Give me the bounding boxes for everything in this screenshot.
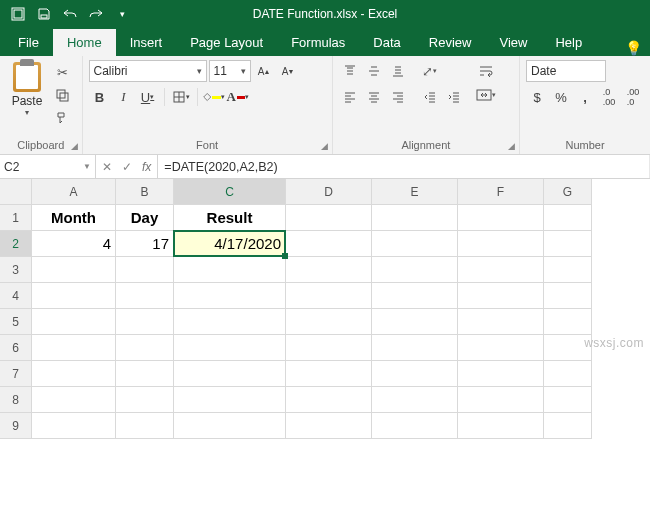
- cell-c2[interactable]: 4/17/2020: [174, 231, 286, 257]
- col-header-d[interactable]: D: [286, 179, 372, 205]
- cell-f5[interactable]: [458, 309, 544, 335]
- decrease-indent-icon[interactable]: [419, 86, 441, 108]
- cell-b4[interactable]: [116, 283, 174, 309]
- fill-handle[interactable]: [282, 253, 288, 259]
- cell-g7[interactable]: [544, 361, 592, 387]
- cell-c9[interactable]: [174, 413, 286, 439]
- cell-d6[interactable]: [286, 335, 372, 361]
- cell-a1[interactable]: Month: [32, 205, 116, 231]
- save-icon[interactable]: [32, 3, 56, 25]
- cell-d4[interactable]: [286, 283, 372, 309]
- underline-button[interactable]: U▾: [137, 86, 159, 108]
- col-header-f[interactable]: F: [458, 179, 544, 205]
- cut-icon[interactable]: ✂: [52, 62, 72, 82]
- cell-d9[interactable]: [286, 413, 372, 439]
- increase-decimal-icon[interactable]: .0.00: [598, 86, 620, 108]
- cell-d2[interactable]: [286, 231, 372, 257]
- font-color-button[interactable]: A▾: [227, 86, 249, 108]
- orientation-icon[interactable]: ⤢▾: [419, 60, 441, 82]
- cell-f1[interactable]: [458, 205, 544, 231]
- tab-formulas[interactable]: Formulas: [277, 29, 359, 56]
- cell-c4[interactable]: [174, 283, 286, 309]
- cell-d1[interactable]: [286, 205, 372, 231]
- fx-icon[interactable]: fx: [142, 160, 151, 174]
- cell-g5[interactable]: [544, 309, 592, 335]
- currency-icon[interactable]: $: [526, 86, 548, 108]
- paste-button[interactable]: Paste ▾: [6, 60, 48, 117]
- cell-a3[interactable]: [32, 257, 116, 283]
- cell-c5[interactable]: [174, 309, 286, 335]
- tell-me-icon[interactable]: 💡: [625, 40, 642, 56]
- format-painter-icon[interactable]: [52, 108, 72, 128]
- select-all-corner[interactable]: [0, 179, 32, 205]
- cell-f4[interactable]: [458, 283, 544, 309]
- merge-center-icon[interactable]: ▾: [475, 84, 497, 106]
- formula-bar[interactable]: =DATE(2020,A2,B2): [158, 155, 650, 178]
- cell-g4[interactable]: [544, 283, 592, 309]
- cell-a8[interactable]: [32, 387, 116, 413]
- cell-d3[interactable]: [286, 257, 372, 283]
- decrease-decimal-icon[interactable]: .00.0: [622, 86, 644, 108]
- cell-f8[interactable]: [458, 387, 544, 413]
- cell-b6[interactable]: [116, 335, 174, 361]
- cell-a5[interactable]: [32, 309, 116, 335]
- cell-e6[interactable]: [372, 335, 458, 361]
- cell-e7[interactable]: [372, 361, 458, 387]
- align-middle-icon[interactable]: [363, 60, 385, 82]
- cell-f2[interactable]: [458, 231, 544, 257]
- tab-review[interactable]: Review: [415, 29, 486, 56]
- col-header-c[interactable]: C: [174, 179, 286, 205]
- row-header-5[interactable]: 5: [0, 309, 32, 335]
- cell-e9[interactable]: [372, 413, 458, 439]
- cell-f6[interactable]: [458, 335, 544, 361]
- row-header-2[interactable]: 2: [0, 231, 32, 257]
- fill-color-button[interactable]: ▾: [203, 86, 225, 108]
- percent-icon[interactable]: %: [550, 86, 572, 108]
- row-header-9[interactable]: 9: [0, 413, 32, 439]
- col-header-b[interactable]: B: [116, 179, 174, 205]
- number-format-combo[interactable]: Date: [526, 60, 606, 82]
- tab-file[interactable]: File: [4, 29, 53, 56]
- col-header-g[interactable]: G: [544, 179, 592, 205]
- font-size-combo[interactable]: 11▾: [209, 60, 251, 82]
- align-bottom-icon[interactable]: [387, 60, 409, 82]
- align-left-icon[interactable]: [339, 86, 361, 108]
- alignment-launcher-icon[interactable]: ◢: [508, 141, 515, 151]
- col-header-a[interactable]: A: [32, 179, 116, 205]
- undo-icon[interactable]: [58, 3, 82, 25]
- col-header-e[interactable]: E: [372, 179, 458, 205]
- copy-icon[interactable]: [52, 85, 72, 105]
- row-header-3[interactable]: 3: [0, 257, 32, 283]
- enter-formula-icon[interactable]: ✓: [122, 160, 132, 174]
- cell-b8[interactable]: [116, 387, 174, 413]
- tab-data[interactable]: Data: [359, 29, 414, 56]
- cell-b2[interactable]: 17: [116, 231, 174, 257]
- increase-indent-icon[interactable]: [443, 86, 465, 108]
- cancel-formula-icon[interactable]: ✕: [102, 160, 112, 174]
- row-header-1[interactable]: 1: [0, 205, 32, 231]
- cell-g9[interactable]: [544, 413, 592, 439]
- cell-c8[interactable]: [174, 387, 286, 413]
- cell-b7[interactable]: [116, 361, 174, 387]
- cell-c7[interactable]: [174, 361, 286, 387]
- cell-c6[interactable]: [174, 335, 286, 361]
- align-top-icon[interactable]: [339, 60, 361, 82]
- cell-e5[interactable]: [372, 309, 458, 335]
- tab-help[interactable]: Help: [541, 29, 596, 56]
- tab-page-layout[interactable]: Page Layout: [176, 29, 277, 56]
- cell-a6[interactable]: [32, 335, 116, 361]
- worksheet-grid[interactable]: A B C D E F G 1 Month Day Result 2 4 17 …: [0, 179, 650, 439]
- cell-e4[interactable]: [372, 283, 458, 309]
- decrease-font-icon[interactable]: A▼: [277, 60, 299, 82]
- tab-home[interactable]: Home: [53, 29, 116, 56]
- redo-icon[interactable]: [84, 3, 108, 25]
- cell-e2[interactable]: [372, 231, 458, 257]
- cell-d5[interactable]: [286, 309, 372, 335]
- cell-b5[interactable]: [116, 309, 174, 335]
- cell-a4[interactable]: [32, 283, 116, 309]
- tab-insert[interactable]: Insert: [116, 29, 177, 56]
- cell-b1[interactable]: Day: [116, 205, 174, 231]
- cell-b9[interactable]: [116, 413, 174, 439]
- increase-font-icon[interactable]: A▲: [253, 60, 275, 82]
- cell-e1[interactable]: [372, 205, 458, 231]
